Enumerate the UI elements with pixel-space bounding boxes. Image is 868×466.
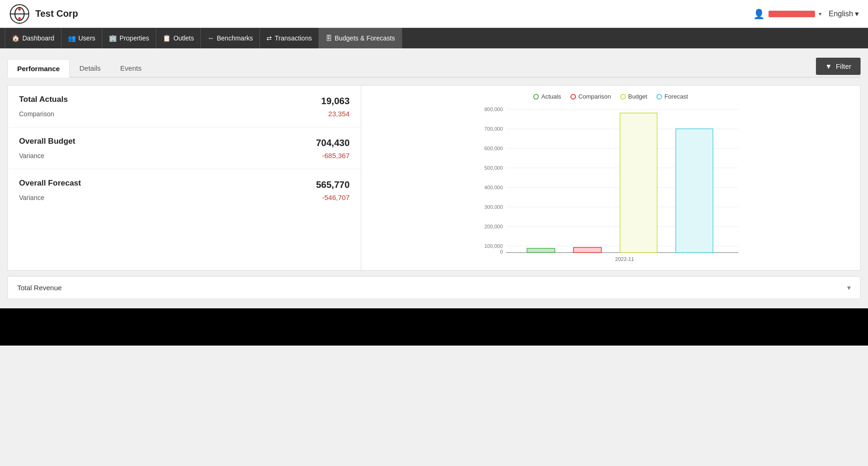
svg-text:500,000: 500,000	[484, 165, 503, 171]
filter-label: Filter	[836, 62, 851, 70]
nav-item-dashboard[interactable]: 🏠 Dashboard	[5, 28, 61, 48]
bevindex-logo	[9, 4, 30, 24]
nav-label-transactions: Transactions	[275, 34, 312, 42]
accordion-chevron-icon: ▾	[847, 283, 851, 292]
overall-forecast-value: 565,770	[316, 180, 350, 190]
nav-item-budgets-forecasts[interactable]: 🗄 Budgets & Forecasts	[319, 28, 402, 48]
svg-text:400,000: 400,000	[484, 185, 503, 190]
total-actuals-title: Total Actuals	[19, 95, 68, 104]
legend-forecast-label: Forecast	[664, 93, 688, 100]
nav-label-users: Users	[79, 34, 96, 42]
legend-budget: Budget	[620, 93, 647, 100]
svg-text:600,000: 600,000	[484, 146, 503, 151]
tabs-bar: Performance Details Events ▼ Filter	[7, 58, 861, 78]
chart-legend: Actuals Comparison Budget Forecast	[371, 93, 851, 100]
chart-container: 800,000 700,000 600,000 500,000 400,000 …	[371, 105, 851, 263]
forecast-variance-value: -546,707	[322, 193, 350, 201]
filter-button[interactable]: ▼ Filter	[816, 58, 861, 75]
actuals-bar	[527, 248, 555, 253]
user-area[interactable]: 👤 ▾	[753, 8, 822, 20]
budget-variance-value: -685,367	[322, 152, 350, 160]
tab-performance-label: Performance	[17, 65, 60, 73]
tab-performance[interactable]: Performance	[7, 59, 70, 78]
legend-comparison-label: Comparison	[578, 93, 611, 100]
nav-item-users[interactable]: 👥 Users	[61, 28, 103, 48]
properties-icon: 🏢	[109, 34, 117, 42]
svg-text:700,000: 700,000	[484, 126, 503, 132]
accordion-label: Total Revenue	[17, 284, 62, 292]
performance-panel: Total Actuals 19,063 Comparison 23,354 O…	[7, 85, 861, 271]
language-label: English	[829, 10, 853, 18]
svg-point-3	[18, 8, 21, 11]
page-content: Performance Details Events ▼ Filter Tota…	[0, 48, 868, 308]
users-icon: 👥	[68, 34, 76, 42]
benchmarks-icon: ↔	[207, 34, 214, 42]
legend-actuals: Actuals	[533, 93, 561, 100]
legend-comparison: Comparison	[570, 93, 611, 100]
user-name-redacted	[769, 11, 815, 17]
svg-text:300,000: 300,000	[484, 204, 503, 210]
svg-text:200,000: 200,000	[484, 224, 503, 229]
nav-label-budgets-forecasts: Budgets & Forecasts	[335, 34, 395, 42]
stat-block-total-actuals: Total Actuals 19,063 Comparison 23,354	[8, 86, 361, 127]
dashboard-icon: 🏠	[12, 34, 20, 42]
language-selector[interactable]: English ▾	[829, 9, 859, 18]
tab-details[interactable]: Details	[70, 59, 111, 77]
nav-item-properties[interactable]: 🏢 Properties	[102, 28, 156, 48]
overall-budget-value: 704,430	[316, 138, 350, 148]
logo-area: Test Corp	[9, 4, 78, 24]
chart-side: Actuals Comparison Budget Forecast	[361, 86, 860, 270]
accordion-row-total-revenue[interactable]: Total Revenue ▾	[7, 276, 861, 299]
bar-chart: 800,000 700,000 600,000 500,000 400,000 …	[371, 105, 851, 263]
comparison-label: Comparison	[19, 110, 54, 118]
svg-text:100,000: 100,000	[484, 243, 503, 249]
svg-text:0: 0	[500, 249, 503, 254]
nav-item-benchmarks[interactable]: ↔ Benchmarks	[201, 28, 260, 48]
svg-point-4	[18, 17, 21, 20]
overall-forecast-title: Overall Forecast	[19, 179, 81, 188]
top-header: Test Corp 👤 ▾ English ▾	[0, 0, 868, 28]
stat-block-overall-budget: Overall Budget 704,430 Variance -685,367	[8, 127, 361, 169]
main-nav: 🏠 Dashboard 👥 Users 🏢 Properties 📋 Outle…	[0, 28, 868, 48]
legend-actuals-label: Actuals	[541, 93, 561, 100]
comparison-value: 23,354	[328, 110, 350, 118]
tab-events[interactable]: Events	[111, 59, 152, 77]
stat-block-overall-forecast: Overall Forecast 565,770 Variance -546,7…	[8, 169, 361, 211]
actuals-dot	[533, 94, 539, 100]
nav-label-dashboard: Dashboard	[22, 34, 54, 42]
user-dropdown-arrow: ▾	[819, 11, 822, 17]
comparison-dot	[570, 94, 576, 100]
legend-budget-label: Budget	[628, 93, 647, 100]
svg-text:800,000: 800,000	[484, 107, 503, 112]
overall-budget-title: Overall Budget	[19, 137, 75, 146]
tab-events-label: Events	[120, 64, 142, 72]
legend-forecast: Forecast	[656, 93, 688, 100]
forecast-variance-label: Variance	[19, 194, 44, 201]
tab-details-label: Details	[80, 64, 101, 72]
filter-icon: ▼	[825, 62, 832, 70]
outlets-icon: 📋	[163, 34, 171, 42]
forecast-bar	[676, 129, 713, 253]
total-actuals-value: 19,063	[321, 96, 350, 107]
nav-label-outlets: Outlets	[173, 34, 194, 42]
budget-variance-label: Variance	[19, 152, 44, 160]
company-name: Test Corp	[35, 8, 78, 19]
nav-item-transactions[interactable]: ⇄ Transactions	[260, 28, 319, 48]
budget-bar	[620, 113, 657, 253]
forecast-dot	[656, 94, 662, 100]
nav-item-outlets[interactable]: 📋 Outlets	[156, 28, 201, 48]
language-dropdown-arrow: ▾	[855, 9, 859, 18]
header-right: 👤 ▾ English ▾	[753, 8, 859, 20]
user-avatar-icon: 👤	[753, 8, 765, 20]
x-axis-label: 2022-11	[615, 256, 634, 262]
budget-dot	[620, 94, 626, 100]
budgets-icon: 🗄	[325, 34, 332, 42]
nav-label-properties: Properties	[119, 34, 149, 42]
nav-label-benchmarks: Benchmarks	[217, 34, 253, 42]
black-footer	[0, 308, 868, 346]
comparison-bar	[574, 247, 602, 253]
transactions-icon: ⇄	[266, 34, 272, 42]
stats-side: Total Actuals 19,063 Comparison 23,354 O…	[8, 86, 361, 270]
tabs-left: Performance Details Events	[7, 59, 151, 77]
